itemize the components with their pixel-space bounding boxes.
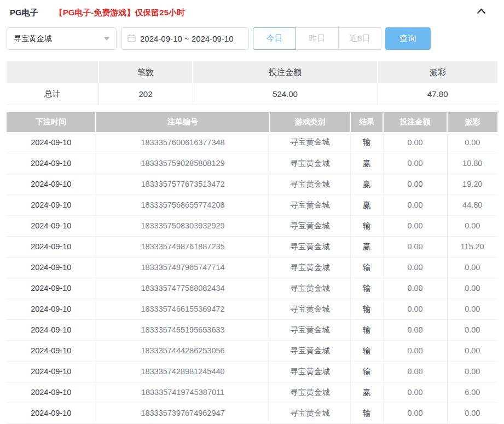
col-bet-amount: 投注金额 bbox=[383, 112, 447, 132]
page-title: PG电子 bbox=[10, 8, 38, 18]
table-row: 2024-09-101833357455195653633寻宝黄金城输0.000… bbox=[7, 319, 497, 340]
col-game-type: 游戏类别 bbox=[270, 112, 350, 132]
chevron-up-icon bbox=[476, 7, 486, 17]
bet-amount-cell: 0.00 bbox=[383, 257, 447, 278]
table-row: 2024-09-101833357419745387011寻宝黄金城赢0.006… bbox=[7, 382, 497, 403]
bet-id-cell: 1833357508303932929 bbox=[96, 215, 270, 236]
payout-cell: 0.00 bbox=[447, 132, 497, 153]
table-row: 2024-09-101833357477568082434寻宝黄金城输0.000… bbox=[7, 278, 497, 299]
table-row: 2024-09-101833357577673513472寻宝黄金城赢0.001… bbox=[7, 174, 497, 194]
result-cell: 赢 bbox=[350, 194, 383, 215]
summary-table: 笔数 投注金额 派彩 总计 202 524.00 47.80 bbox=[7, 61, 497, 105]
bet-id-cell: 1833357419745387011 bbox=[96, 382, 270, 403]
table-row: 2024-09-101833357487965747714寻宝黄金城输0.000… bbox=[7, 257, 497, 278]
table-row: 2024-09-101833357508303932929寻宝黄金城输0.000… bbox=[7, 215, 497, 236]
summary-col-payout: 派彩 bbox=[378, 61, 497, 83]
table-row: 2024-09-101833357444286253056寻宝黄金城输0.000… bbox=[7, 340, 497, 361]
bet-amount-cell: 0.00 bbox=[383, 174, 447, 194]
result-cell: 输 bbox=[350, 403, 383, 423]
bet-id-cell: 1833357568655774208 bbox=[96, 194, 270, 215]
bet-id-cell: 1833357590285808129 bbox=[96, 153, 270, 174]
bet-amount-cell: 0.00 bbox=[383, 153, 447, 174]
quick-range-button-group: 今日昨日近8日 bbox=[253, 27, 381, 50]
game-select[interactable]: 寻宝黄金城 bbox=[7, 27, 117, 50]
bet-time-cell: 2024-09-10 bbox=[7, 403, 96, 423]
payout-cell: 0.00 bbox=[447, 215, 497, 236]
bet-id-cell: 1833357498761887235 bbox=[96, 236, 270, 257]
game-type-cell: 寻宝黄金城 bbox=[270, 132, 350, 153]
result-cell: 赢 bbox=[350, 236, 383, 257]
table-row: 2024-09-101833357568655774208寻宝黄金城赢0.004… bbox=[7, 194, 497, 215]
quick-range-button-1[interactable]: 昨日 bbox=[296, 27, 339, 50]
result-cell: 输 bbox=[350, 299, 383, 319]
quick-range-button-2[interactable]: 近8日 bbox=[338, 27, 381, 50]
game-type-cell: 寻宝黄金城 bbox=[270, 257, 350, 278]
bet-amount-cell: 0.00 bbox=[383, 361, 447, 382]
payout-cell: 0.00 bbox=[447, 403, 497, 423]
search-button[interactable]: 查询 bbox=[385, 27, 431, 50]
result-cell: 赢 bbox=[350, 382, 383, 403]
table-row: 2024-09-101833357600616377348寻宝黄金城输0.000… bbox=[7, 132, 497, 153]
payout-cell: 0.00 bbox=[447, 340, 497, 361]
bet-id-cell: 1833357397674962947 bbox=[96, 403, 270, 423]
panel-header: PG电子 【PG电子-免费游戏】仅保留25小时 bbox=[10, 5, 494, 20]
bet-time-cell: 2024-09-10 bbox=[7, 132, 96, 153]
bet-time-cell: 2024-09-10 bbox=[7, 278, 96, 299]
summary-col-count: 笔数 bbox=[99, 61, 193, 83]
col-bet-id: 注单编号 bbox=[96, 112, 270, 132]
bet-amount-cell: 0.00 bbox=[383, 236, 447, 257]
payout-cell: 0.00 bbox=[447, 299, 497, 319]
collapse-panel-button[interactable] bbox=[474, 7, 488, 18]
payout-cell: 0.00 bbox=[447, 319, 497, 340]
payout-cell: 0.00 bbox=[447, 361, 497, 382]
bet-id-cell: 1833357477568082434 bbox=[96, 278, 270, 299]
game-type-cell: 寻宝黄金城 bbox=[270, 215, 350, 236]
table-row: 2024-09-101833357466155369472寻宝黄金城输0.000… bbox=[7, 299, 497, 319]
table-row: 2024-09-101833357590285808129寻宝黄金城赢0.001… bbox=[7, 153, 497, 174]
bet-id-cell: 1833357455195653633 bbox=[96, 319, 270, 340]
bet-time-cell: 2024-09-10 bbox=[7, 236, 96, 257]
game-type-cell: 寻宝黄金城 bbox=[270, 382, 350, 403]
result-cell: 输 bbox=[350, 340, 383, 361]
table-row: 2024-09-101833357428981245440寻宝黄金城输0.000… bbox=[7, 361, 497, 382]
game-select-value: 寻宝黄金城 bbox=[14, 34, 52, 44]
payout-cell: 0.00 bbox=[447, 257, 497, 278]
payout-cell: 10.80 bbox=[447, 153, 497, 174]
bet-id-cell: 1833357487965747714 bbox=[96, 257, 270, 278]
bet-amount-cell: 0.00 bbox=[383, 319, 447, 340]
game-type-cell: 寻宝黄金城 bbox=[270, 236, 350, 257]
notice-text: 【PG电子-免费游戏】仅保留25小时 bbox=[55, 8, 185, 18]
bet-amount-cell: 0.00 bbox=[383, 215, 447, 236]
bet-records-table: 下注时间 注单编号 游戏类别 结果 投注金额 派彩 2024-09-101833… bbox=[7, 112, 497, 424]
date-range-input[interactable]: 2024-09-10 ~ 2024-09-10 bbox=[121, 27, 249, 50]
bet-time-cell: 2024-09-10 bbox=[7, 361, 96, 382]
payout-cell: 44.80 bbox=[447, 194, 497, 215]
records-header-row: 下注时间 注单编号 游戏类别 结果 投注金额 派彩 bbox=[7, 112, 497, 132]
bet-id-cell: 1833357577673513472 bbox=[96, 174, 270, 194]
date-range-value: 2024-09-10 ~ 2024-09-10 bbox=[140, 34, 234, 43]
payout-cell: 19.20 bbox=[447, 174, 497, 194]
result-cell: 赢 bbox=[350, 153, 383, 174]
col-payout: 派彩 bbox=[447, 112, 497, 132]
col-result: 结果 bbox=[350, 112, 383, 132]
payout-cell: 6.00 bbox=[447, 382, 497, 403]
game-type-cell: 寻宝黄金城 bbox=[270, 361, 350, 382]
bet-id-cell: 1833357600616377348 bbox=[96, 132, 270, 153]
bet-time-cell: 2024-09-10 bbox=[7, 257, 96, 278]
bet-amount-cell: 0.00 bbox=[383, 403, 447, 423]
bet-time-cell: 2024-09-10 bbox=[7, 382, 96, 403]
bet-amount-cell: 0.00 bbox=[383, 278, 447, 299]
result-cell: 输 bbox=[350, 257, 383, 278]
result-cell: 输 bbox=[350, 215, 383, 236]
quick-range-button-0[interactable]: 今日 bbox=[253, 27, 296, 50]
summary-total-payout: 47.80 bbox=[378, 83, 497, 105]
game-type-cell: 寻宝黄金城 bbox=[270, 340, 350, 361]
calendar-icon bbox=[128, 34, 140, 44]
summary-total-bet-amount: 524.00 bbox=[193, 83, 378, 105]
game-type-cell: 寻宝黄金城 bbox=[270, 153, 350, 174]
payout-cell: 115.20 bbox=[447, 236, 497, 257]
filter-bar: 寻宝黄金城 2024-09-10 ~ 2024-09-10 今日昨日近8日 查询 bbox=[7, 27, 431, 50]
caret-down-icon bbox=[104, 37, 109, 41]
summary-total-label: 总计 bbox=[7, 83, 99, 105]
game-type-cell: 寻宝黄金城 bbox=[270, 174, 350, 194]
